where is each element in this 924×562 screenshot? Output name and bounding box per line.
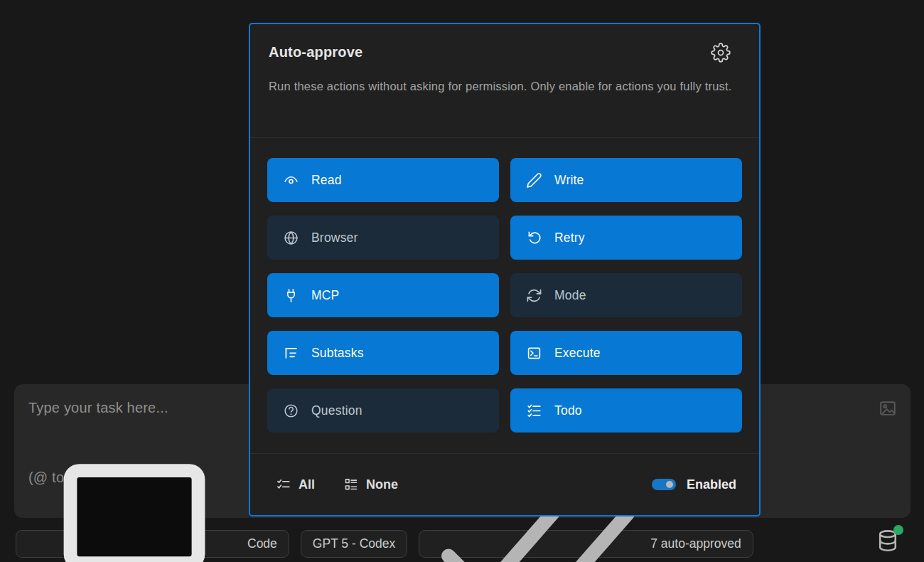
auto-approve-toggle-question[interactable]: Question [267,388,499,433]
select-all-label: All [299,477,315,492]
auto-approved-count-label: 7 auto-approved [650,536,741,551]
popover-title: Auto-approve [269,44,741,60]
select-all-button[interactable]: All [276,477,315,492]
globe-icon [283,230,299,246]
auto-approve-popover: Auto-approve Run these actions without a… [249,23,761,516]
popover-description: Run these actions without asking for per… [269,76,734,97]
bottom-bar: Code GPT 5 - Codex 7 auto-approved [0,525,924,562]
pencil-icon [526,172,542,189]
task-input-placeholder: Type your task here... [28,400,168,416]
auto-approve-toggle-execute[interactable]: Execute [510,331,742,375]
model-selector-label: GPT 5 - Codex [313,536,395,551]
image-icon[interactable] [878,398,898,418]
auto-approve-toggle-todo[interactable]: Todo [510,388,742,433]
list-tree-icon [283,345,299,361]
toggle-knob [666,481,673,488]
auto-approve-header: Auto-approve Run these actions without a… [250,24,759,138]
auto-approve-toggle-subtasks[interactable]: Subtasks [267,331,499,375]
laptop-icon [28,437,241,562]
auto-approve-toggle-mode[interactable]: Mode [510,273,742,317]
square-list-icon [343,477,359,492]
auto-approve-footer: All None Enabled [250,453,759,515]
auto-approve-toggle-mcp[interactable]: MCP [267,273,499,317]
retry-icon [526,230,542,246]
plug-icon [283,287,299,304]
auto-approve-toggle-retry[interactable]: Retry [510,216,742,260]
model-selector-button[interactable]: GPT 5 - Codex [301,530,407,558]
eye-icon [283,172,299,189]
auto-approve-toggle-write[interactable]: Write [510,158,742,202]
question-icon [283,403,299,419]
database-icon[interactable] [875,528,901,553]
mode-selector-button[interactable]: Code [16,530,289,558]
auto-approve-toggle-browser[interactable]: Browser [267,216,499,260]
select-none-button[interactable]: None [343,477,398,492]
enabled-toggle[interactable] [652,479,676,490]
gear-icon[interactable] [711,43,731,63]
select-none-label: None [366,477,398,492]
status-dot [893,525,903,535]
auto-approved-count-button[interactable]: 7 auto-approved [419,530,753,558]
terminal-icon [526,345,542,361]
mode-selector-label: Code [247,536,277,551]
sync-icon [526,287,542,304]
enabled-label: Enabled [687,477,736,492]
auto-approve-grid: Read Write Browser Retry MCP Mode Subtas… [250,138,759,453]
auto-approve-toggle-read[interactable]: Read [267,158,499,202]
checklist-icon [526,403,542,419]
enabled-toggle-group: Enabled [652,477,736,492]
check-list-icon [276,477,291,492]
